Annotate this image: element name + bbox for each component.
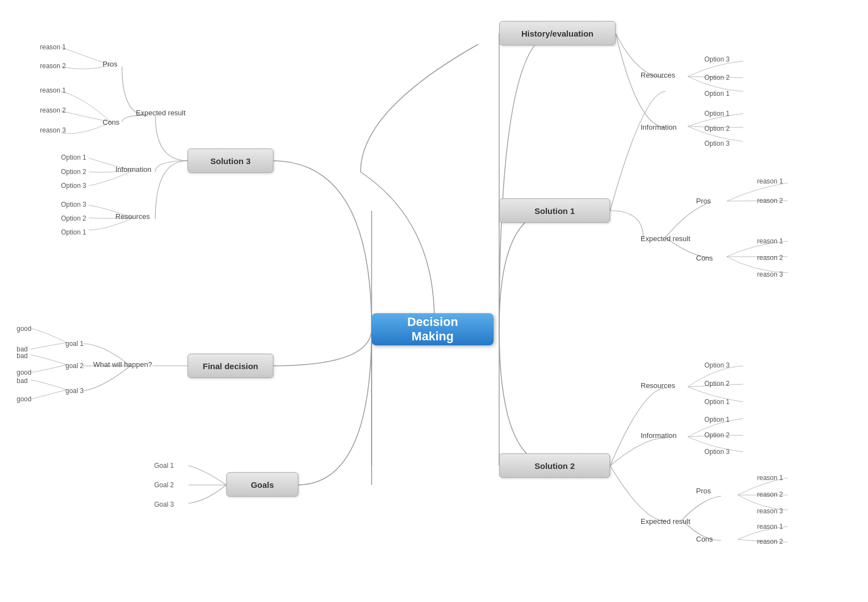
s1-cons-r2: reason 2 <box>757 254 783 262</box>
s2-cons-r2: reason 2 <box>757 538 783 545</box>
s3-pros-r2: reason 2 <box>40 62 66 70</box>
solution2-node: Solution 2 <box>499 453 610 478</box>
he-resources: Resources <box>641 71 675 79</box>
center-node: Decision Making <box>372 313 494 345</box>
solution2-label: Solution 2 <box>535 461 575 471</box>
s3-info-opt2: Option 2 <box>61 168 86 176</box>
s1-cons-r3: reason 3 <box>757 271 783 278</box>
solution3-label: Solution 3 <box>210 156 251 166</box>
s3-pros-r1: reason 1 <box>40 43 66 51</box>
solution1-label: Solution 1 <box>535 206 575 216</box>
s2-res-opt2: Option 2 <box>704 380 729 387</box>
he-info-opt1: Option 1 <box>704 110 729 118</box>
fd-goal2: goal 2 <box>65 362 84 370</box>
s2-pros-r1: reason 1 <box>757 474 783 482</box>
s1-expected-result: Expected result <box>641 234 691 243</box>
s3-info-opt3: Option 3 <box>61 182 86 190</box>
he-information: Information <box>641 123 677 131</box>
he-res-opt2: Option 2 <box>704 74 729 81</box>
s2-information: Information <box>641 431 677 440</box>
s2-res-opt1: Option 1 <box>704 398 729 406</box>
fd-goal3-good: good <box>17 395 32 403</box>
s3-info-opt1: Option 1 <box>61 154 86 161</box>
goal2: Goal 2 <box>154 481 174 489</box>
s3-res-opt3: Option 3 <box>61 201 86 208</box>
s2-info-opt3: Option 3 <box>704 448 729 456</box>
s1-cons: Cons <box>696 254 713 262</box>
s1-cons-r1: reason 1 <box>757 237 783 245</box>
s2-res-opt3: Option 3 <box>704 361 729 369</box>
s2-cons-r1: reason 1 <box>757 523 783 530</box>
s2-cons: Cons <box>696 535 713 543</box>
s1-pros: Pros <box>696 197 711 205</box>
fd-goal2-good: good <box>17 369 32 376</box>
s3-res-opt1: Option 1 <box>61 228 86 236</box>
he-res-opt3: Option 3 <box>704 55 729 63</box>
history-label: History/evaluation <box>521 29 593 38</box>
solution3-node: Solution 3 <box>187 149 273 173</box>
s2-expected-result: Expected result <box>641 517 691 526</box>
goal1: Goal 1 <box>154 462 174 470</box>
s2-info-opt2: Option 2 <box>704 431 729 439</box>
s3-cons-r3: reason 3 <box>40 126 66 134</box>
s3-pros: Pros <box>103 60 118 68</box>
s2-resources: Resources <box>641 381 675 390</box>
s1-pros-r1: reason 1 <box>757 177 783 185</box>
fd-goal1-good: good <box>17 325 32 333</box>
s3-cons: Cons <box>103 118 119 126</box>
he-info-opt3: Option 3 <box>704 140 729 147</box>
s3-cons-r2: reason 2 <box>40 106 66 114</box>
s1-pros-r2: reason 2 <box>757 197 783 205</box>
goals-label: Goals <box>251 480 274 489</box>
fd-goal3-bad: bad <box>17 377 28 385</box>
s3-res-opt2: Option 2 <box>61 215 86 222</box>
history-node: History/evaluation <box>499 21 616 45</box>
s2-pros: Pros <box>696 487 711 495</box>
he-res-opt1: Option 1 <box>704 90 729 98</box>
he-info-opt2: Option 2 <box>704 125 729 132</box>
fd-goal3: goal 3 <box>65 387 84 395</box>
s3-expected-result: Expected result <box>136 109 186 117</box>
s2-pros-r2: reason 2 <box>757 491 783 498</box>
s3-information: Information <box>115 165 151 174</box>
goal3: Goal 3 <box>154 501 174 508</box>
goals-node: Goals <box>226 472 298 497</box>
s2-pros-r3: reason 3 <box>757 507 783 515</box>
fd-goal2-bad: bad <box>17 352 28 360</box>
center-label: Decision Making <box>387 315 478 344</box>
s2-info-opt1: Option 1 <box>704 416 729 424</box>
s3-resources: Resources <box>115 212 150 221</box>
fd-goal1: goal 1 <box>65 340 84 348</box>
final-decision-label: Final decision <box>202 361 258 371</box>
solution1-node: Solution 1 <box>499 198 610 223</box>
final-decision-node: Final decision <box>187 354 273 378</box>
fd-what-will-happen: What will happen? <box>93 360 152 369</box>
s3-cons-r1: reason 1 <box>40 86 66 94</box>
